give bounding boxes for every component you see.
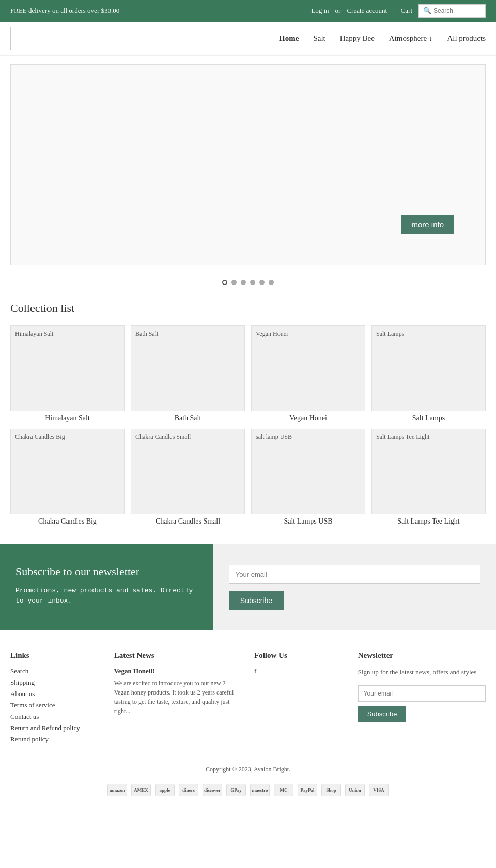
payment-icon-6: maestro	[250, 784, 270, 796]
dot-6[interactable]	[269, 280, 274, 285]
newsletter-email-input[interactable]	[229, 565, 481, 584]
create-account-link[interactable]: Create account	[347, 7, 387, 15]
nav-all-products[interactable]: All products	[447, 34, 486, 43]
search-box[interactable]: 🔍	[419, 4, 486, 18]
footer-newsletter-desc: Sign up for the latest news, offers and …	[358, 667, 486, 677]
newsletter-description: Promotions, new products and sales. Dire…	[16, 586, 198, 607]
dot-1[interactable]	[222, 280, 227, 285]
payment-icon-10: Union	[345, 784, 365, 796]
footer-link-6[interactable]: Refund policy	[10, 735, 102, 744]
follow-title: Follow Us	[254, 651, 346, 660]
collection-name-0: Himalayan Salt	[10, 414, 125, 422]
footer-link-0[interactable]: Search	[10, 667, 102, 675]
collection-img-3: Salt Lamps	[371, 325, 486, 411]
top-bar: FREE delivery on all orders over $30.00 …	[0, 0, 496, 22]
more-info-button[interactable]: more info	[401, 215, 454, 234]
collection-name-7: Salt Lamps Tee Light	[371, 517, 486, 526]
collection-name-3: Salt Lamps	[371, 414, 486, 422]
newsletter-subscribe-button[interactable]: Subscribe	[229, 591, 284, 610]
footer-newsletter-email-input[interactable]	[358, 685, 486, 702]
collection-item-5[interactable]: Chakra Candles Small Chakra Candles Smal…	[128, 425, 248, 529]
newsletter-left: Subscribe to our newsletter Promotions, …	[0, 544, 213, 630]
cart-link[interactable]: Cart	[401, 7, 412, 15]
or-text: or	[335, 7, 341, 15]
dot-5[interactable]	[259, 280, 265, 285]
links-title: Links	[10, 651, 102, 660]
footer-link-1[interactable]: Shipping	[10, 678, 102, 687]
collection-item-1[interactable]: Bath Salt Bath Salt	[128, 322, 248, 425]
collection-img-label-2: Vegan Honei	[256, 330, 288, 338]
copyright-bar: Copyright © 2023, Avalon Bright.	[0, 757, 496, 779]
facebook-link[interactable]: f	[254, 667, 346, 675]
hero-slider: more info	[10, 64, 486, 265]
promo-text: FREE delivery on all orders over $30.00	[10, 7, 119, 15]
login-link[interactable]: Log in	[311, 7, 329, 15]
collection-img-6: salt lamp USB	[251, 429, 365, 514]
collection-img-4: Chakra Candles Big	[10, 429, 125, 514]
payment-icon-7: MC	[274, 784, 293, 796]
newsletter-title: Subscribe to our newsletter	[16, 565, 198, 578]
footer-subscribe-button[interactable]: Subscribe	[358, 706, 407, 722]
collection-item-0[interactable]: Himalayan Salt Himalayan Salt	[7, 322, 128, 425]
newsletter-right: Subscribe	[213, 544, 496, 630]
collection-name-6: Salt Lamps USB	[251, 517, 365, 526]
dot-3[interactable]	[241, 280, 246, 285]
header: Home Salt Happy Bee Atmosphere ↓ All pro…	[0, 22, 496, 56]
collection-item-6[interactable]: salt lamp USB Salt Lamps USB	[248, 425, 368, 529]
collection-img-5: Chakra Candles Small	[131, 429, 245, 514]
collection-item-7[interactable]: Salt Lamps Tee Light Salt Lamps Tee Ligh…	[368, 425, 489, 529]
footer-link-5[interactable]: Return and Refund policy	[10, 724, 102, 732]
collection-img-label-0: Himalayan Salt	[15, 330, 53, 338]
collection-item-3[interactable]: Salt Lamps Salt Lamps	[368, 322, 489, 425]
nav-happy-bee[interactable]: Happy Bee	[340, 34, 375, 43]
payment-icon-3: diners	[179, 784, 198, 796]
footer-newsletter-col: Newsletter Sign up for the latest news, …	[358, 651, 486, 747]
payment-icon-2: apple	[155, 784, 175, 796]
payment-icon-0: amazon	[107, 784, 127, 796]
collection-img-2: Vegan Honei	[251, 325, 365, 411]
main-nav: Home Salt Happy Bee Atmosphere ↓ All pro…	[279, 34, 486, 43]
footer-link-3[interactable]: Terms of service	[10, 701, 102, 709]
collection-grid: Himalayan Salt Himalayan Salt Bath Salt …	[0, 322, 496, 529]
collection-img-label-1: Bath Salt	[135, 330, 158, 338]
payment-icon-8: PayPal	[298, 784, 317, 796]
collection-item-4[interactable]: Chakra Candles Big Chakra Candles Big	[7, 425, 128, 529]
collection-img-label-6: salt lamp USB	[256, 433, 292, 441]
collection-img-7: Salt Lamps Tee Light	[371, 429, 486, 514]
payment-icon-4: discover	[203, 784, 222, 796]
footer-links-list: SearchShippingAbout usTerms of serviceCo…	[10, 667, 102, 744]
nav-home[interactable]: Home	[279, 34, 299, 43]
dot-2[interactable]	[231, 280, 237, 285]
collection-name-1: Bath Salt	[131, 414, 245, 422]
latest-title: Latest News	[114, 651, 242, 660]
footer-links-col: Links SearchShippingAbout usTerms of ser…	[10, 651, 102, 747]
collection-name-2: Vegan Honei	[251, 414, 365, 422]
collection-img-label-3: Salt Lamps	[376, 330, 404, 338]
collection-img-1: Bath Salt	[131, 325, 245, 411]
collection-list-title: Collection list	[10, 302, 486, 315]
slider-dots	[0, 274, 496, 291]
collection-img-label-5: Chakra Candles Small	[135, 433, 191, 441]
logo[interactable]	[10, 27, 67, 50]
collection-img-0: Himalayan Salt	[10, 325, 125, 411]
search-icon: 🔍	[423, 7, 431, 15]
latest-item-title: Vegan Honei!!	[114, 667, 242, 675]
separator: |	[393, 7, 395, 15]
collection-name-4: Chakra Candles Big	[10, 517, 125, 526]
footer-link-2[interactable]: About us	[10, 690, 102, 698]
newsletter-section: Subscribe to our newsletter Promotions, …	[0, 544, 496, 630]
nav-salt[interactable]: Salt	[313, 34, 325, 43]
nav-atmosphere[interactable]: Atmosphere ↓	[389, 34, 433, 43]
collection-item-2[interactable]: Vegan Honei Vegan Honei	[248, 322, 368, 425]
payment-icons: amazonAMEXappledinersdiscoverGPaymaestro…	[0, 779, 496, 807]
payment-icon-5: GPay	[226, 784, 246, 796]
latest-item-text: We are excited to introduce you to our n…	[114, 678, 242, 716]
payment-icon-1: AMEX	[131, 784, 151, 796]
dot-4[interactable]	[250, 280, 255, 285]
footer-follow-col: Follow Us f	[254, 651, 346, 747]
footer: Links SearchShippingAbout usTerms of ser…	[0, 630, 496, 757]
footer-link-4[interactable]: Contact us	[10, 713, 102, 721]
search-input[interactable]	[433, 7, 485, 14]
footer-news-col: Latest News Vegan Honei!! We are excited…	[114, 651, 242, 747]
top-bar-right: Log in or Create account | Cart 🔍	[311, 4, 486, 18]
